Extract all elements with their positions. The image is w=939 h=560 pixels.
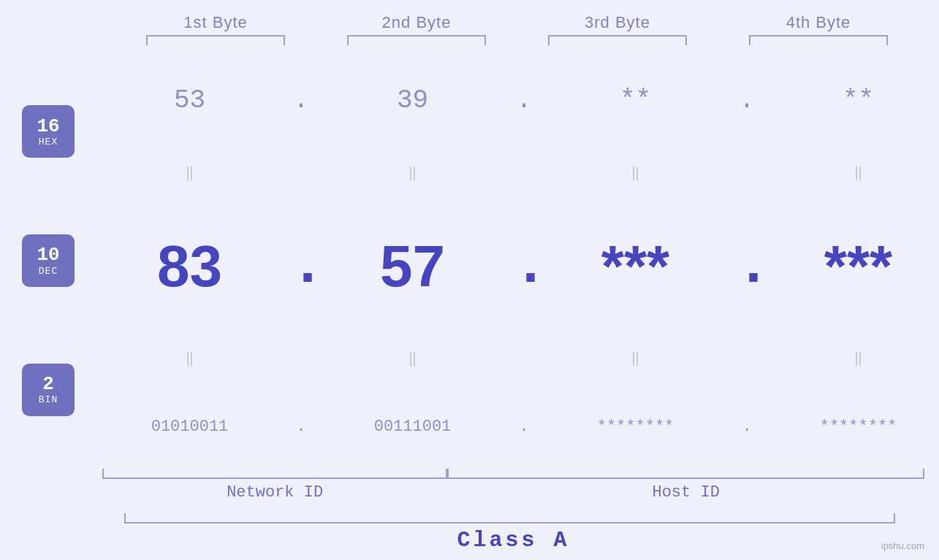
dec-badge-label: DEC <box>39 266 58 277</box>
sep3: ‖ <box>535 166 736 182</box>
dec-dot3: . <box>736 237 758 296</box>
dec-badge: 10 DEC <box>22 234 75 287</box>
badges-column: 16 HEX 10 DEC 2 BIN <box>0 53 75 469</box>
dec-badge-number: 10 <box>37 245 59 266</box>
bin-badge: 2 BIN <box>22 364 75 416</box>
hex-b2-value: 39 <box>397 85 428 115</box>
dec-dot2: . <box>513 237 535 296</box>
sep6: ‖ <box>312 351 513 367</box>
bin-b2: 00111001 <box>312 418 513 436</box>
sep-dec-bin: ‖ ‖ ‖ ‖ <box>89 351 939 367</box>
bin-b3-value: ******** <box>597 418 674 436</box>
byte-headers: 1st Byte 2nd Byte 3rd Byte 4th Byte <box>47 0 939 32</box>
id-labels: Network ID Host ID <box>102 483 924 502</box>
dec-b3: *** <box>535 233 736 300</box>
values-grid: 53 . 39 . ** . ** <box>75 53 939 469</box>
class-bracket-row <box>102 513 924 523</box>
sep2: ‖ <box>312 166 513 182</box>
class-bracket <box>124 513 895 523</box>
bracket-b1 <box>115 35 316 45</box>
byte1-header: 1st Byte <box>115 13 316 32</box>
bin-dot1: . <box>290 418 312 436</box>
bin-b4-value: ******** <box>820 418 897 436</box>
dec-b1-value: 83 <box>157 234 222 299</box>
bracket-b3 <box>517 35 718 45</box>
dec-b3-value: *** <box>601 234 669 299</box>
bracket-b4 <box>718 35 919 45</box>
network-id-label: Network ID <box>102 483 447 502</box>
top-brackets <box>47 35 939 45</box>
bin-row: 01010011 . 00111001 . ******** . <box>89 418 939 436</box>
host-id-label: Host ID <box>447 483 924 502</box>
watermark: ipshu.com <box>881 540 924 551</box>
hex-row: 53 . 39 . ** . ** <box>89 85 939 115</box>
bin-b2-value: 00111001 <box>374 418 452 436</box>
bin-badge-number: 2 <box>42 374 54 395</box>
dec-row: 83 . 57 . *** . *** <box>89 233 939 300</box>
bracket-b2 <box>316 35 517 45</box>
dec-b2: 57 <box>312 233 513 300</box>
main-container: 1st Byte 2nd Byte 3rd Byte 4th Byte 16 H… <box>0 0 939 560</box>
dec-b4: *** <box>758 233 939 300</box>
content-area: 16 HEX 10 DEC 2 BIN 53 . <box>0 53 939 469</box>
bottom-section: Network ID Host ID Class A <box>0 469 939 560</box>
dec-b1: 83 <box>89 233 290 300</box>
network-bracket <box>102 469 447 479</box>
sep7: ‖ <box>535 351 736 367</box>
bracket-line-b3 <box>548 35 687 45</box>
hex-b1: 53 <box>89 85 290 115</box>
hex-b1-value: 53 <box>174 85 205 115</box>
sep8: ‖ <box>758 351 939 367</box>
byte4-header: 4th Byte <box>718 13 919 32</box>
hex-b2: 39 <box>312 85 513 115</box>
byte3-header: 3rd Byte <box>517 13 718 32</box>
hex-badge: 16 HEX <box>22 105 75 158</box>
host-bracket <box>447 469 924 479</box>
bin-b4: ******** <box>758 418 939 436</box>
hex-b3: ** <box>535 85 736 115</box>
hex-b4: ** <box>758 85 939 115</box>
class-label-row: Class A <box>102 528 924 553</box>
sep4: ‖ <box>758 166 939 182</box>
class-label: Class A <box>457 528 569 553</box>
dec-b4-value: *** <box>824 234 892 299</box>
dec-dot1: . <box>290 237 312 296</box>
sep-hex-dec: ‖ ‖ ‖ ‖ <box>89 166 939 182</box>
bin-b1: 01010011 <box>89 418 290 436</box>
hex-badge-label: HEX <box>39 137 58 147</box>
bin-b3: ******** <box>535 418 736 436</box>
bracket-line-b4 <box>749 35 888 45</box>
bracket-line-b1 <box>146 35 285 45</box>
byte2-header: 2nd Byte <box>316 13 517 32</box>
hex-dot3: . <box>736 85 758 115</box>
hex-badge-number: 16 <box>37 116 59 137</box>
bin-dot3: . <box>736 418 758 436</box>
bin-b1-value: 01010011 <box>151 418 229 436</box>
bracket-line-b2 <box>347 35 486 45</box>
hex-dot2: . <box>513 85 535 115</box>
bin-badge-label: BIN <box>39 394 58 405</box>
hex-dot1: . <box>290 85 312 115</box>
bin-dot2: . <box>513 418 535 436</box>
sep5: ‖ <box>89 351 290 367</box>
sep1: ‖ <box>89 166 290 182</box>
dec-b2-value: 57 <box>380 234 445 299</box>
id-brackets <box>102 469 924 479</box>
hex-b4-value: ** <box>843 85 874 115</box>
hex-b3-value: ** <box>620 85 651 115</box>
